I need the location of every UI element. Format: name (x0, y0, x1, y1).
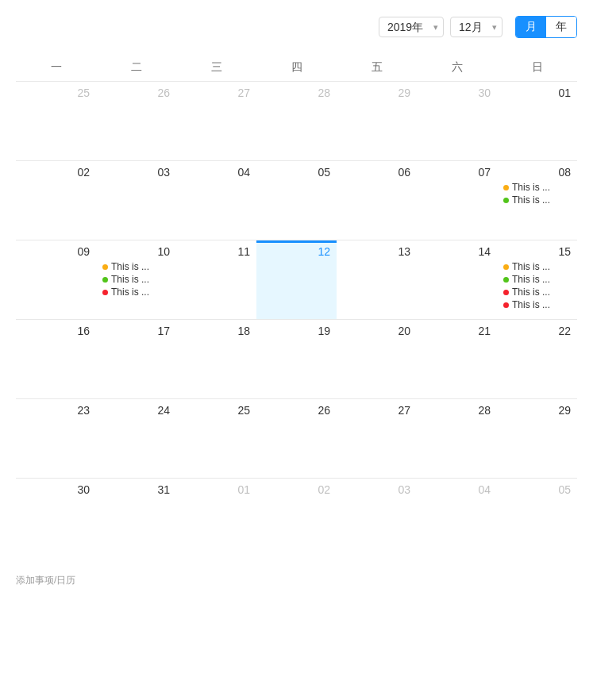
list-item[interactable]: This is ... (503, 287, 571, 298)
day-number: 29 (503, 404, 571, 417)
calendar-cell[interactable]: 13 (337, 240, 417, 320)
calendar-week-row: 25262728293001 (16, 82, 577, 161)
calendar-week-row: 16171819202122 (16, 320, 577, 399)
list-item[interactable]: This is ... (503, 261, 571, 272)
day-number: 24 (102, 404, 170, 417)
list-item[interactable]: This is ... (503, 182, 571, 193)
calendar-cell[interactable]: 01 (176, 479, 256, 558)
add-label[interactable]: 添加事项/日历 (0, 566, 593, 595)
calendar-cell[interactable]: 11 (176, 240, 256, 320)
calendar-cell[interactable]: 02 (256, 479, 337, 558)
year-view-button[interactable]: 年 (546, 17, 576, 37)
event-dot (503, 264, 509, 270)
calendar-cell[interactable]: 12 (256, 240, 337, 320)
calendar-cell[interactable]: 01 (497, 82, 577, 161)
calendar-cell[interactable]: 27 (337, 399, 417, 479)
event-dot (102, 290, 108, 295)
event-list: This is ...This is ...This is ...This is… (503, 261, 571, 310)
day-number: 25 (183, 404, 250, 417)
calendar-cell[interactable]: 02 (16, 161, 96, 240)
calendar-week-row: 23242526272829 (16, 399, 577, 479)
calendar-cell[interactable]: 30 (417, 82, 497, 161)
day-number: 18 (183, 325, 250, 337)
list-item[interactable]: This is ... (102, 287, 170, 298)
calendar-cell[interactable]: 18 (176, 320, 256, 399)
day-number: 09 (22, 245, 90, 258)
year-select[interactable]: 2019年 (379, 17, 444, 37)
calendar-grid: 一二三四五六日 2526272829300102030405060708This… (16, 54, 577, 558)
calendar-cell[interactable]: 04 (176, 161, 256, 240)
day-number: 27 (183, 87, 250, 99)
month-select-wrapper[interactable]: 12月 (450, 17, 503, 37)
list-item[interactable]: This is ... (102, 261, 170, 272)
calendar-cell[interactable]: 27 (176, 82, 256, 161)
calendar-cell[interactable]: 30 (16, 479, 96, 558)
calendar-cell[interactable]: 23 (16, 399, 96, 479)
list-item[interactable]: This is ... (503, 299, 571, 310)
day-number: 01 (183, 483, 250, 496)
month-view-button[interactable]: 月 (516, 17, 546, 37)
event-text: This is ... (512, 287, 550, 298)
calendar-cell[interactable]: 21 (417, 320, 497, 399)
calendar-cell[interactable]: 26 (96, 82, 176, 161)
calendar-cell[interactable]: 20 (337, 320, 417, 399)
day-number: 03 (102, 166, 170, 179)
day-number: 10 (102, 245, 170, 258)
event-list: This is ...This is ... (503, 182, 571, 206)
calendar-cell[interactable]: 29 (337, 82, 417, 161)
calendar-cell[interactable]: 29 (497, 399, 577, 479)
calendar-header: 2019年 12月 月 年 (16, 16, 577, 38)
calendar-cell[interactable]: 03 (337, 479, 417, 558)
day-number: 13 (343, 245, 410, 258)
month-select[interactable]: 12月 (450, 17, 503, 37)
list-item[interactable]: This is ... (102, 274, 170, 285)
day-number: 31 (102, 483, 170, 496)
weekday-header: 四 (256, 54, 337, 82)
day-number: 26 (263, 404, 330, 417)
calendar-cell[interactable]: 06 (337, 161, 417, 240)
calendar-cell[interactable]: 14 (417, 240, 497, 320)
calendar-cell[interactable]: 28 (256, 82, 337, 161)
day-number: 30 (423, 87, 491, 99)
calendar-cell[interactable]: 25 (16, 82, 96, 161)
calendar-container: 2019年 12月 月 年 一二三四五六日 252627282930010203… (0, 0, 593, 566)
calendar-cell[interactable]: 05 (256, 161, 337, 240)
event-text: This is ... (111, 274, 149, 285)
calendar-cell[interactable]: 15This is ...This is ...This is ...This … (497, 240, 577, 320)
day-number: 04 (183, 166, 250, 179)
calendar-week-row: 0910This is ...This is ...This is ...111… (16, 240, 577, 320)
day-number: 19 (263, 325, 330, 337)
calendar-cell[interactable]: 07 (417, 161, 497, 240)
year-select-wrapper[interactable]: 2019年 (379, 17, 444, 37)
list-item[interactable]: This is ... (503, 274, 571, 285)
calendar-cell[interactable]: 09 (16, 240, 96, 320)
calendar-cell[interactable]: 28 (417, 399, 497, 479)
day-number: 03 (343, 483, 410, 496)
event-text: This is ... (111, 287, 149, 298)
calendar-cell[interactable]: 08This is ...This is ... (497, 161, 577, 240)
day-number: 08 (503, 166, 571, 179)
day-number: 11 (183, 245, 250, 258)
calendar-cell[interactable]: 03 (96, 161, 176, 240)
weekday-header: 日 (497, 54, 577, 82)
day-number: 28 (423, 404, 491, 417)
day-number: 20 (343, 325, 410, 337)
calendar-cell[interactable]: 04 (417, 479, 497, 558)
calendar-cell[interactable]: 19 (256, 320, 337, 399)
calendar-cell[interactable]: 31 (96, 479, 176, 558)
weekday-header: 六 (417, 54, 497, 82)
day-number: 06 (343, 166, 410, 179)
calendar-cell[interactable]: 17 (96, 320, 176, 399)
calendar-cell[interactable]: 22 (497, 320, 577, 399)
calendar-cell[interactable]: 26 (256, 399, 337, 479)
calendar-cell[interactable]: 05 (497, 479, 577, 558)
day-number: 23 (22, 404, 90, 417)
calendar-cell[interactable]: 10This is ...This is ...This is ... (96, 240, 176, 320)
list-item[interactable]: This is ... (503, 194, 571, 206)
weekday-header: 一 (16, 54, 96, 82)
calendar-cell[interactable]: 16 (16, 320, 96, 399)
calendar-cell[interactable]: 25 (176, 399, 256, 479)
event-text: This is ... (512, 261, 550, 272)
day-number: 05 (263, 166, 330, 179)
calendar-cell[interactable]: 24 (96, 399, 176, 479)
